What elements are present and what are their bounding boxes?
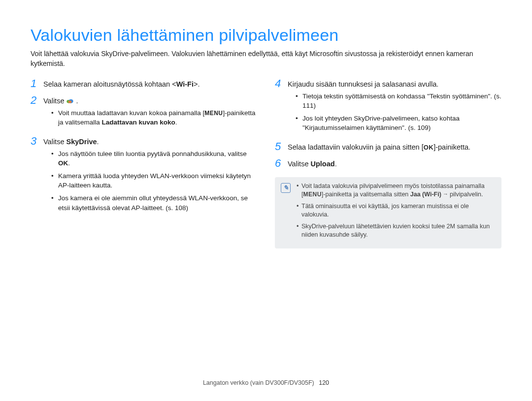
step-1: 1 Selaa kameran aloitusnäytössä kohtaan …: [31, 78, 257, 92]
menu-icon: MENU: [303, 191, 321, 198]
list-item: Jos loit yhteyden SkyDrive-palvelimeen, …: [299, 114, 501, 133]
right-column: 4 Kirjaudu sisään tunnuksesi ja salasana…: [275, 78, 501, 248]
sub-list: Jos näyttöön tulee tilin luontia pyytävä…: [43, 149, 257, 213]
list-item: Voit muuttaa ladattavan kuvan kokoa pain…: [54, 108, 257, 127]
step-number: 2: [31, 94, 39, 132]
step-text: Valitse Upload.: [288, 159, 501, 169]
footer: Langaton verkko (vain DV300F/DV305F) 120: [0, 379, 532, 386]
step-6: 6 Valitse Upload.: [275, 157, 501, 171]
step-3: 3 Valitse SkyDrive. Jos näyttöön tulee t…: [31, 135, 257, 217]
step-5: 5 Selaa ladattaviin valokuviin ja paina …: [275, 141, 501, 154]
list-item: Jos näyttöön tulee tilin luontia pyytävä…: [54, 149, 257, 168]
page-number: 120: [319, 379, 329, 386]
list-item: Tietoja tekstin syöttämisestä on kohdass…: [299, 92, 501, 111]
step-number: 5: [275, 141, 284, 154]
list-item: Jos kamera ei ole aiemmin ollut yhteydes…: [54, 193, 257, 213]
note-box: ✎ Voit ladata valokuvia pilvipalvelimeen…: [275, 177, 501, 248]
step-number: 4: [275, 78, 284, 138]
ok-icon: OK: [424, 144, 434, 151]
step-number: 6: [275, 157, 284, 171]
step-text: Valitse .: [43, 96, 257, 106]
step-text: Kirjaudu sisään tunnuksesi ja salasanasi…: [288, 79, 501, 90]
cloud-icon: [66, 98, 74, 104]
intro-paragraph: Voit lähettää valokuvia SkyDrive-palveli…: [31, 49, 501, 69]
content-columns: 1 Selaa kameran aloitusnäytössä kohtaan …: [31, 78, 501, 248]
step-text: Selaa kameran aloitusnäytössä kohtaan <W…: [43, 79, 257, 90]
menu-icon: MENU: [204, 110, 223, 117]
step-2: 2 Valitse . Voit muuttaa ladattavan kuva…: [31, 94, 257, 132]
step-4: 4 Kirjaudu sisään tunnuksesi ja salasana…: [275, 78, 501, 138]
sub-list: Voit muuttaa ladattavan kuvan kokoa pain…: [43, 108, 257, 127]
left-column: 1 Selaa kameran aloitusnäytössä kohtaan …: [31, 78, 257, 248]
arrow-icon: →: [441, 191, 450, 197]
list-item: Tätä ominaisuutta ei voi käyttää, jos ka…: [297, 202, 495, 219]
sub-list: Tietoja tekstin syöttämisestä on kohdass…: [288, 92, 501, 133]
list-item: Kamera yrittää luoda yhteyden WLAN-verkk…: [54, 171, 257, 190]
list-item: SkyDrive-palveluun lähetettävien kuvien …: [297, 222, 495, 240]
list-item: Voit ladata valokuvia pilvipalvelimeen m…: [297, 182, 495, 199]
svg-point-2: [68, 100, 72, 103]
note-list: Voit ladata valokuvia pilvipalvelimeen m…: [297, 182, 495, 243]
step-number: 1: [31, 78, 39, 92]
step-text: Valitse SkyDrive.: [43, 137, 257, 147]
note-icon: ✎: [281, 183, 291, 193]
footer-section: Langaton verkko (vain DV300F/DV305F): [203, 379, 314, 386]
step-number: 3: [31, 135, 39, 217]
step-text: Selaa ladattaviin valokuviin ja paina si…: [288, 142, 501, 153]
page-title: Valokuvien lähettäminen pilvipalvelimeen: [31, 26, 501, 45]
